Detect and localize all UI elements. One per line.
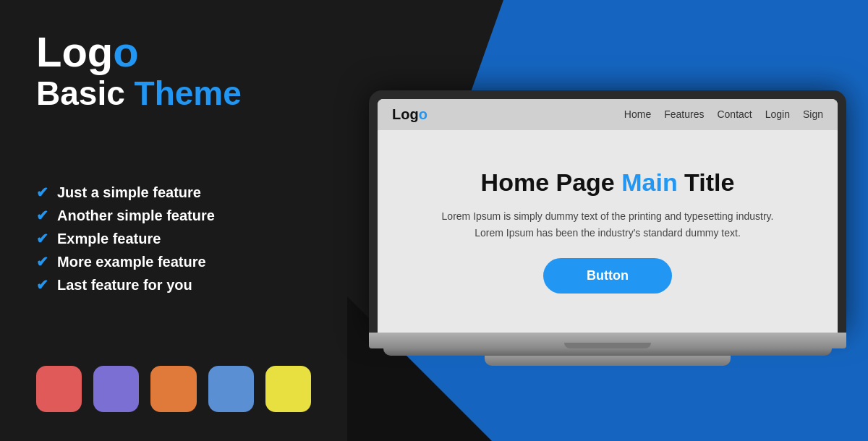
laptop-screen-inner: Logo Home Features Contact Login Sign Ho… xyxy=(378,99,838,333)
browser-content: Home Page Main Title Lorem Ipsum is simp… xyxy=(378,130,838,333)
nav-home[interactable]: Home xyxy=(624,108,651,120)
logo-o: o xyxy=(113,28,138,75)
feature-item-2: ✔ Another simple feature xyxy=(36,207,311,224)
laptop-foot xyxy=(383,348,832,356)
laptop-screen-outer: Logo Home Features Contact Login Sign Ho… xyxy=(369,90,846,333)
nav-sign[interactable]: Sign xyxy=(803,108,823,120)
left-panel: Logo Basic Theme ✔ Just a simple feature… xyxy=(0,0,347,441)
subtitle-theme: Theme xyxy=(135,74,242,112)
check-icon-3: ✔ xyxy=(36,230,48,247)
laptop-base xyxy=(369,333,846,348)
desc-line2: Lorem Ipsum has been the industry's stan… xyxy=(475,227,741,239)
browser-menu: Home Features Contact Login Sign xyxy=(624,108,823,120)
feature-item-1: ✔ Just a simple feature xyxy=(36,184,311,201)
cta-button[interactable]: Button xyxy=(543,258,672,294)
subtitle-basic: Basic xyxy=(36,74,135,112)
check-icon-1: ✔ xyxy=(36,184,48,201)
page-title-main: Main xyxy=(621,168,677,196)
browser-logo-o: o xyxy=(419,106,427,122)
feature-item-4: ✔ More example feature xyxy=(36,253,311,270)
main-subtitle: Basic Theme xyxy=(36,75,311,112)
orange-swatch[interactable] xyxy=(150,366,196,412)
desc-line1: Lorem Ipsum is simply dummy text of the … xyxy=(442,210,774,222)
blue-swatch[interactable] xyxy=(208,366,254,412)
feature-label-5: Last feature for you xyxy=(57,277,192,294)
browser-logo: Logo xyxy=(392,106,427,123)
browser-navbar: Logo Home Features Contact Login Sign xyxy=(378,99,838,130)
check-icon-5: ✔ xyxy=(36,276,48,294)
feature-label-3: Exmple feature xyxy=(57,231,161,247)
color-swatches xyxy=(36,366,311,412)
page-description: Lorem Ipsum is simply dummy text of the … xyxy=(442,208,774,241)
feature-item-3: ✔ Exmple feature xyxy=(36,230,311,247)
feature-label-1: Just a simple feature xyxy=(57,184,201,201)
page-title-part1: Home Page xyxy=(481,168,622,196)
right-panel: Logo Home Features Contact Login Sign Ho… xyxy=(347,0,868,441)
main-logo: Logo xyxy=(36,29,311,75)
yellow-swatch[interactable] xyxy=(265,366,311,412)
purple-swatch[interactable] xyxy=(93,366,139,412)
check-icon-2: ✔ xyxy=(36,207,48,224)
laptop-stand xyxy=(485,356,731,366)
features-list: ✔ Just a simple feature ✔ Another simple… xyxy=(36,119,311,359)
feature-label-2: Another simple feature xyxy=(57,207,215,224)
nav-contact[interactable]: Contact xyxy=(717,108,752,120)
logo-section: Logo Basic Theme xyxy=(36,29,311,111)
feature-item-5: ✔ Last feature for you xyxy=(36,276,311,294)
nav-login[interactable]: Login xyxy=(765,108,790,120)
nav-features[interactable]: Features xyxy=(664,108,704,120)
page-title-part2: Title xyxy=(678,168,735,196)
check-icon-4: ✔ xyxy=(36,253,48,270)
laptop-mockup: Logo Home Features Contact Login Sign Ho… xyxy=(369,90,846,366)
red-swatch[interactable] xyxy=(36,366,82,412)
feature-label-4: More example feature xyxy=(57,254,206,270)
page-title: Home Page Main Title xyxy=(481,168,735,197)
